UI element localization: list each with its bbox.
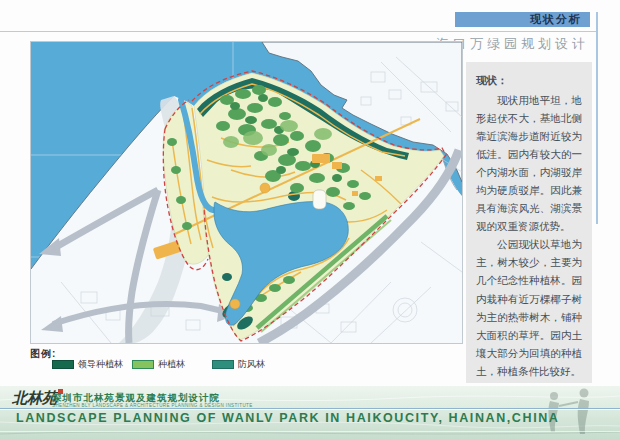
legend-swatch-windbreak-forest <box>212 360 234 369</box>
header-divider-line <box>0 31 597 32</box>
legend-label: 防风林 <box>238 358 265 371</box>
section-label: 现状分析 <box>455 12 590 27</box>
status-heading: 现状： <box>476 74 582 88</box>
status-text-panel: 现状： 现状用地平坦，地形起伏不大，基地北侧靠近滨海步道附近较为低洼。园内有较大… <box>466 62 592 383</box>
legend: 领导种植林 种植林 防风林 <box>52 358 265 371</box>
legend-label: 种植林 <box>158 358 185 371</box>
footer-band: 北林苑 深圳市北林苑景观及建筑规划设计院 SHENZHEN BLY LANDSC… <box>0 386 620 439</box>
section-header-bar: 现状分析 <box>455 12 590 27</box>
legend-item-planting-forest: 种植林 <box>132 358 185 371</box>
legend-item-windbreak-forest: 防风林 <box>212 358 265 371</box>
footer-bottom-line <box>0 431 620 432</box>
legend-swatch-planting-forest <box>132 360 154 369</box>
site-plan-map <box>31 42 462 343</box>
planning-board-page: 现状分析 海口万绿园规划设计 <box>0 0 620 439</box>
status-paragraph-1: 现状用地平坦，地形起伏不大，基地北侧靠近滨海步道附近较为低洼。园内有较大的一个内… <box>476 91 582 235</box>
legend-item-leader-forest: 领导种植林 <box>52 358 123 371</box>
footer-main-title: LANDSCAPE PLANNING OF WANLV PARK IN HAIK… <box>16 411 559 425</box>
footer-divider-highlight <box>0 409 620 410</box>
right-accent-line <box>596 12 598 224</box>
legend-swatch-leader-forest <box>52 360 74 369</box>
legend-label: 领导种植林 <box>78 358 123 371</box>
status-paragraph-2: 公园现状以草地为主，树木较少，主要为几个纪念性种植林。园内栽种有近万棵椰子树为主… <box>476 235 582 379</box>
